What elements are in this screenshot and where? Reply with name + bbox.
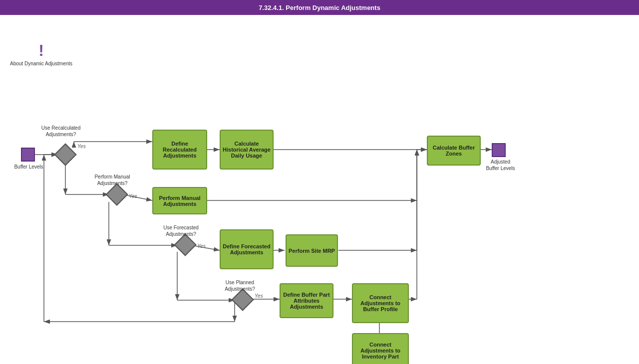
perform-site-mrp[interactable]: Perform Site MRP bbox=[286, 234, 338, 267]
diamond-manual[interactable] bbox=[105, 183, 128, 205]
yes-label-2: Yes bbox=[129, 193, 137, 199]
buffer-levels-start[interactable] bbox=[21, 148, 35, 162]
title-bar: 7.32.4.1. Perform Dynamic Adjustments bbox=[0, 0, 639, 15]
diamond-manual-label: Perform Manual Adjustments? bbox=[92, 174, 132, 186]
adjusted-buffer-end-label: Adjusted Buffer Levels bbox=[484, 159, 517, 172]
define-forecasted[interactable]: Define Forecasted Adjustments bbox=[220, 229, 274, 269]
yes-label-3: Yes bbox=[197, 243, 206, 249]
page-title: 7.32.4.1. Perform Dynamic Adjustments bbox=[259, 4, 380, 11]
note-label: About Dynamic Adjustments bbox=[10, 60, 72, 67]
diamond-recalculated[interactable] bbox=[54, 143, 76, 166]
diamond-forecasted-label: Use Forecasted Adjustments? bbox=[160, 224, 202, 237]
perform-manual[interactable]: Perform Manual Adjustments bbox=[152, 187, 207, 214]
canvas: ! About Dynamic Adjustments Buffer Level… bbox=[0, 15, 639, 364]
diamond-planned-label: Use Planned Adjustments? bbox=[219, 279, 261, 292]
exclamation-icon: ! bbox=[38, 42, 44, 58]
yes-label-4: Yes bbox=[255, 293, 263, 299]
define-recalculated[interactable]: Define Recalculated Adjustments bbox=[152, 130, 207, 170]
about-note[interactable]: ! About Dynamic Adjustments bbox=[10, 42, 72, 67]
define-buffer-part[interactable]: Define Buffer Part Attributes Adjustment… bbox=[280, 283, 333, 318]
calculate-buffer-zones[interactable]: Calculate Buffer Zones bbox=[427, 136, 481, 166]
connect-inventory[interactable]: Connect Adjustments to Inventory Part bbox=[352, 333, 409, 364]
buffer-levels-start-label: Buffer Levels bbox=[10, 164, 47, 170]
adjusted-buffer-end[interactable] bbox=[492, 143, 506, 157]
diamond-recalculated-label: Use Recalculated Adjustments? bbox=[41, 125, 81, 138]
connect-buffer-profile[interactable]: Connect Adjustments to Buffer Profile bbox=[352, 283, 409, 323]
yes-label-1: Yes bbox=[77, 144, 86, 149]
calc-historical[interactable]: Calculate Historical Average Daily Usage bbox=[220, 130, 274, 170]
